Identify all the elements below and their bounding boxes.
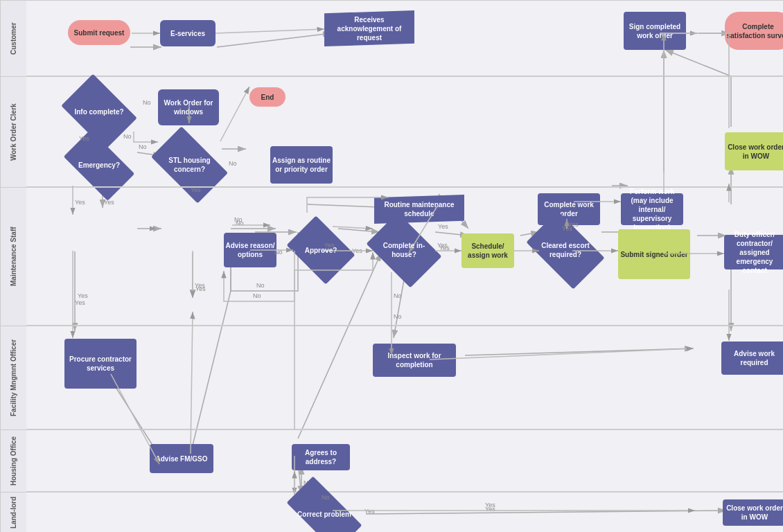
cleared-escort-label: Cleared escort required? — [532, 241, 599, 259]
approve-label: Approve? — [305, 246, 337, 255]
complete-work-order-label: Perform work (may include internal/ supe… — [621, 187, 683, 232]
perform-work: Submit signed order — [618, 229, 690, 279]
correct-problem-label: Close work order in WOW — [723, 504, 783, 522]
stl-housing-label: STL housing concern? — [157, 156, 222, 174]
sign-completed-work-order: Sign completed work order — [624, 12, 686, 50]
lane-content-customer: Submit request E-services Receives ackno… — [26, 1, 783, 76]
yes-approve: Yes — [352, 247, 362, 254]
receives-ack: Receives acknowlegement of request — [324, 10, 414, 46]
duty-officer: Procure contractor services — [64, 339, 137, 389]
advise-fm-gso: Agrees to address? — [292, 444, 350, 470]
work-order-windows: Work Order for windows — [158, 89, 219, 125]
perform-work-label: Submit signed order — [620, 250, 687, 259]
lane-content-landlord: Correct problem Close work order in WOW … — [26, 493, 783, 532]
yes-cleared: Yes — [562, 225, 572, 232]
lane-landlord: Land-lord Correct problem Close work ord… — [0, 492, 783, 532]
routine-maint-label: Routine maintenance schedule — [380, 200, 459, 218]
emergency-diamond: Emergency? — [68, 146, 130, 184]
diagram-container: No Yes Yes No Yes Yes No Yes — [0, 0, 783, 532]
yes-inhouse: Yes — [439, 245, 450, 251]
lane-label-maintenance: Maintenance Staff — [0, 188, 26, 326]
no-agrees: No — [322, 494, 330, 501]
complete-inhouse-label: Complete in-house? — [373, 241, 435, 259]
lane-housing: Housing Office Advise FM/GSO Agrees to a… — [0, 429, 783, 492]
lane-maintenance: Maintenance Staff Routine maintenance sc… — [0, 187, 783, 326]
cleared-escort-diamond: Cleared escort required? — [532, 228, 599, 272]
close-work-order-label: Close work order in WOW — [725, 143, 783, 161]
advise-reason: Advise reason/ options — [224, 233, 276, 267]
complete-satisfaction-survey: Complete satisfaction survey — [725, 12, 783, 50]
close-work-order: Close work order in WOW — [725, 132, 783, 170]
approve-diamond: Approve? — [293, 229, 349, 271]
end-label: End — [261, 93, 274, 102]
complete-work-order: Perform work (may include internal/ supe… — [621, 193, 683, 225]
procure-contractor-label: Inspect work for completion — [373, 351, 456, 369]
agrees-label: Correct problem — [297, 510, 351, 519]
correct-problem: Close work order in WOW — [723, 499, 783, 526]
advise-work-label: Advise FM/GSO — [155, 454, 207, 463]
schedule-assign-label: Schedule/ assign work — [461, 242, 514, 260]
stl-housing-diamond: STL housing concern? — [157, 143, 222, 186]
complete-survey-label: Complete satisfaction survey — [725, 22, 783, 40]
schedule-assign-work: Schedule/ assign work — [461, 233, 514, 268]
lane-content-clerk: End Info complete? Work Order for window… — [26, 77, 783, 187]
info-complete-label: Info complete? — [74, 107, 123, 116]
lane-customer: Customer Submit request E-services Recei… — [0, 0, 783, 76]
lane-content-housing: Advise FM/GSO Agrees to address? — [26, 430, 783, 492]
emergency-label: Emergency? — [78, 161, 120, 170]
inspect-work-label: Advise work required — [721, 349, 783, 367]
info-complete-diamond: Info complete? — [68, 89, 130, 134]
lane-clerk: Work Order Clerk End Info complete? Work… — [0, 76, 783, 187]
arrange-escort-label: Complete work order — [538, 200, 600, 218]
no-label-stl: No — [229, 160, 237, 167]
complete-inhouse-diamond: Complete in-house? — [373, 228, 435, 272]
procure-contractor: Inspect work for completion — [373, 344, 456, 377]
inspect-work-for-completion: Advise work required — [721, 342, 783, 375]
end-shape: End — [249, 87, 285, 107]
assign-routine-label: Assign as routine or priority order — [270, 156, 333, 174]
lane-facility: Facility Mngmnt Officer Procure contract… — [0, 326, 783, 429]
submit-request-label: Submit request — [74, 28, 125, 37]
submit-request: Submit request — [68, 20, 130, 45]
advise-fm-label: Agrees to address? — [292, 448, 350, 466]
e-services-label: E-services — [170, 29, 205, 38]
lane-label-housing: Housing Office — [0, 430, 26, 492]
duty-officer-label: Procure contractor services — [64, 355, 137, 373]
work-order-windows-label: Work Order for windows — [158, 98, 219, 116]
lane-label-landlord: Land-lord — [0, 493, 26, 532]
no-label-info: No — [143, 99, 151, 106]
submit-signed-order: Duty officer/ contractor/ assigned emerg… — [724, 235, 783, 269]
lane-label-customer: Customer — [0, 1, 26, 76]
submit-signed-label: Duty officer/ contractor/ assigned emerg… — [724, 230, 783, 275]
advise-work-required: Advise FM/GSO — [150, 444, 213, 473]
yes-label-info: Yes — [79, 135, 89, 142]
e-services: E-services — [160, 20, 215, 46]
routine-maint: Routine maintenance schedule — [374, 195, 464, 224]
sign-completed-label: Sign completed work order — [624, 22, 686, 40]
lane-label-facility: Facility Mngmnt Officer — [0, 326, 26, 429]
lane-content-maintenance: Routine maintenance schedule Complete wo… — [26, 188, 783, 326]
yes-agrees: Yes — [364, 508, 375, 515]
receives-ack-label: Receives acknowlegement of request — [328, 15, 410, 42]
no-approve: No — [274, 249, 283, 256]
advise-reason-label: Advise reason/ options — [224, 241, 276, 259]
lane-content-facility: Procure contractor services Inspect work… — [26, 326, 783, 429]
lane-label-clerk: Work Order Clerk — [0, 77, 26, 187]
assign-routine: Assign as routine or priority order — [270, 146, 333, 184]
